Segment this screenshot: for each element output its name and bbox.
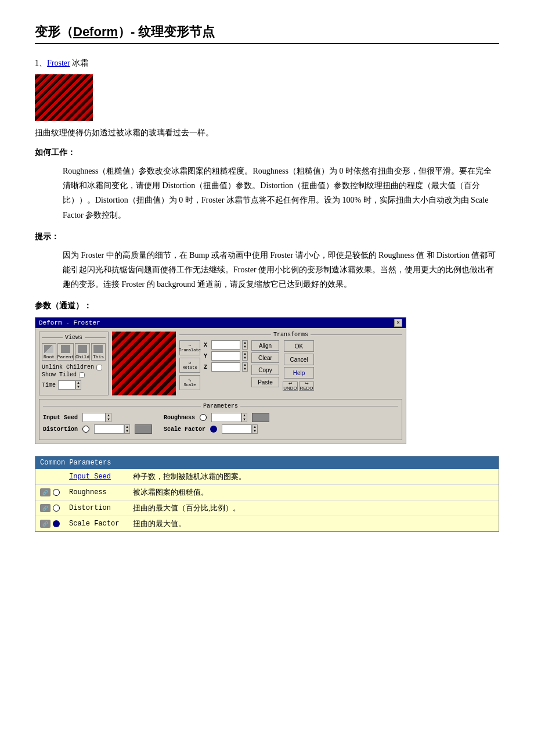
scale-factor-arrows: ▲ ▼	[252, 424, 258, 434]
child-icon	[78, 345, 87, 353]
time-spin-arrows: ▲ ▼	[75, 380, 81, 390]
row2-icons: 🔗	[40, 504, 69, 512]
clear-button[interactable]: Clear	[251, 352, 279, 363]
common-params-header: Common Parameters	[35, 456, 499, 469]
views-title: Views	[42, 334, 106, 341]
time-input[interactable]: 1	[58, 380, 75, 390]
rotate-button[interactable]: ↺ Rotate	[179, 358, 200, 373]
params-content: Input Seed 1 ▲ ▼ Distortion 50.000	[43, 413, 398, 436]
x-input[interactable]: 0.000	[211, 340, 240, 350]
common-params-section: Common Parameters Input Seed 种子数，控制被随机冰霜…	[35, 456, 499, 532]
row3-desc: 扭曲的最大值。	[133, 519, 494, 529]
translate-button[interactable]: ↔ Translate	[179, 340, 200, 355]
cancel-button[interactable]: Cancel	[284, 354, 314, 365]
distortion-circle-icon2	[53, 505, 60, 512]
view-this-button[interactable]: This	[91, 343, 106, 361]
row3-name: Scale Factor	[69, 520, 133, 528]
roughness-chain-icon: 🔗	[40, 488, 50, 496]
deform-preview	[112, 332, 176, 395]
translate-icon: ↔	[189, 343, 191, 348]
tips-title: 提示：	[35, 232, 499, 242]
align-button[interactable]: Align	[251, 340, 279, 351]
transform-rows: ↔ Translate ↺ Rotate ⤡ Scale X 0	[179, 340, 402, 391]
roughness-circle-icon	[200, 414, 207, 421]
undo-button[interactable]: ↩ UNDO	[283, 381, 298, 391]
show-tiled-row: Show Tiled	[42, 372, 106, 378]
x-spin-down[interactable]: ▼	[243, 345, 247, 349]
roughness-circle-icon2	[53, 489, 60, 496]
transforms-panel: Transforms ↔ Translate ↺ Rotate ⤡ Scale	[179, 332, 402, 395]
unlink-children-checkbox[interactable]	[96, 365, 102, 370]
time-spin-down[interactable]: ▼	[76, 385, 81, 389]
scale-factor-spin: 1.000 ▲ ▼	[222, 424, 258, 434]
xyz-inputs: X 0.000 ▲ ▼ Y 0.000 ▲ ▼	[204, 340, 248, 372]
y-spin-down[interactable]: ▼	[243, 356, 247, 360]
params-section-label: 参数（通道）：	[35, 301, 499, 311]
unlink-children-row: Unlink Children	[42, 364, 106, 370]
ok-button[interactable]: OK	[284, 340, 314, 352]
scale-factor-input[interactable]: 1.000	[222, 424, 252, 434]
time-spin-input: 1 ▲ ▼	[58, 380, 81, 390]
params-left: Input Seed 1 ▲ ▼ Distortion 50.000	[43, 413, 152, 436]
parent-icon	[61, 345, 70, 353]
froster-link[interactable]: Froster	[47, 59, 70, 67]
paste-button[interactable]: Paste	[251, 377, 279, 387]
distortion-swatch	[135, 424, 152, 434]
x-row: X 0.000 ▲ ▼	[204, 340, 248, 350]
roughness-spin: 50.000 ▲ ▼	[211, 413, 247, 422]
distortion-down[interactable]: ▼	[125, 429, 129, 433]
deform-body: Views Root Parent Child This	[35, 328, 406, 399]
distortion-chain-icon: 🔗	[40, 504, 50, 512]
roughness-input[interactable]: 50.000	[211, 413, 241, 422]
row1-desc: 被冰霜图案的粗糙值。	[133, 487, 494, 498]
transform-icons: ↔ Translate ↺ Rotate ⤡ Scale	[179, 340, 200, 390]
input-seed-link[interactable]: Input Seed	[69, 473, 111, 481]
deform-close-button[interactable]: ×	[394, 319, 402, 327]
distortion-input[interactable]: 50.000	[94, 424, 124, 434]
common-params-row-0: Input Seed 种子数，控制被随机冰霜的图案。	[35, 469, 499, 485]
scale-factor-circle-icon	[210, 426, 217, 433]
distortion-arrows: ▲ ▼	[124, 424, 130, 434]
redo-button[interactable]: ↪ REDO	[299, 381, 314, 391]
page-title: 变形（Deform）- 纹理变形节点	[35, 23, 499, 44]
common-params-table: Common Parameters Input Seed 种子数，控制被随机冰霜…	[35, 456, 499, 532]
params-right: Roughness 50.000 ▲ ▼ Scale Factor	[164, 413, 269, 436]
title-suffix: ）- 纹理变形节点	[118, 24, 215, 39]
input-seed-down[interactable]: ▼	[106, 417, 111, 422]
main-buttons: OK Cancel Help ↩ UNDO ↪ REDO	[283, 340, 314, 391]
common-params-row-1: 🔗 Roughness 被冰霜图案的粗糙值。	[35, 485, 499, 501]
scale-icon: ⤡	[188, 378, 192, 383]
x-spin: ▲ ▼	[242, 340, 248, 350]
deform-params-section: Parameters Input Seed 1 ▲ ▼ Distortion	[39, 399, 402, 440]
common-params-row-3: 🔗 Scale Factor 扭曲的最大值。	[35, 516, 499, 531]
input-seed-spin: 1 ▲ ▼	[82, 413, 111, 422]
roughness-down[interactable]: ▼	[242, 417, 247, 422]
input-seed-arrows: ▲ ▼	[106, 413, 111, 422]
view-parent-button[interactable]: Parent	[57, 343, 74, 361]
view-child-button[interactable]: Child	[75, 343, 90, 361]
distortion-row: Distortion 50.000 ▲ ▼	[43, 424, 152, 434]
input-seed-row: Input Seed 1 ▲ ▼	[43, 413, 152, 422]
deform-titlebar: Deform - Froster ×	[35, 318, 406, 328]
views-panel: Views Root Parent Child This	[39, 332, 109, 395]
y-label: Y	[204, 353, 210, 359]
row1-icons: 🔗	[40, 488, 69, 496]
scale-factor-chain-icon: 🔗	[40, 520, 50, 528]
scale-factor-down[interactable]: ▼	[252, 429, 257, 433]
scale-button[interactable]: ⤡ Scale	[179, 375, 200, 390]
show-tiled-checkbox[interactable]	[79, 372, 85, 378]
transforms-header: Transforms	[179, 332, 402, 338]
view-root-button[interactable]: Root	[42, 343, 56, 361]
z-spin-down[interactable]: ▼	[243, 367, 247, 371]
z-input[interactable]: 0.000	[211, 362, 240, 372]
scale-factor-row: Scale Factor 1.000 ▲ ▼	[164, 424, 269, 434]
section1-header: 1、Froster 冰霜	[35, 58, 499, 69]
view-icons-row: Root Parent Child This	[42, 343, 106, 361]
copy-button[interactable]: Copy	[251, 365, 279, 375]
this-icon	[93, 345, 103, 353]
frost-preview-image	[35, 74, 93, 121]
input-seed-input[interactable]: 1	[82, 413, 106, 422]
row1-name: Roughness	[69, 488, 133, 496]
help-button[interactable]: Help	[284, 367, 314, 379]
y-input[interactable]: 0.000	[211, 351, 240, 361]
